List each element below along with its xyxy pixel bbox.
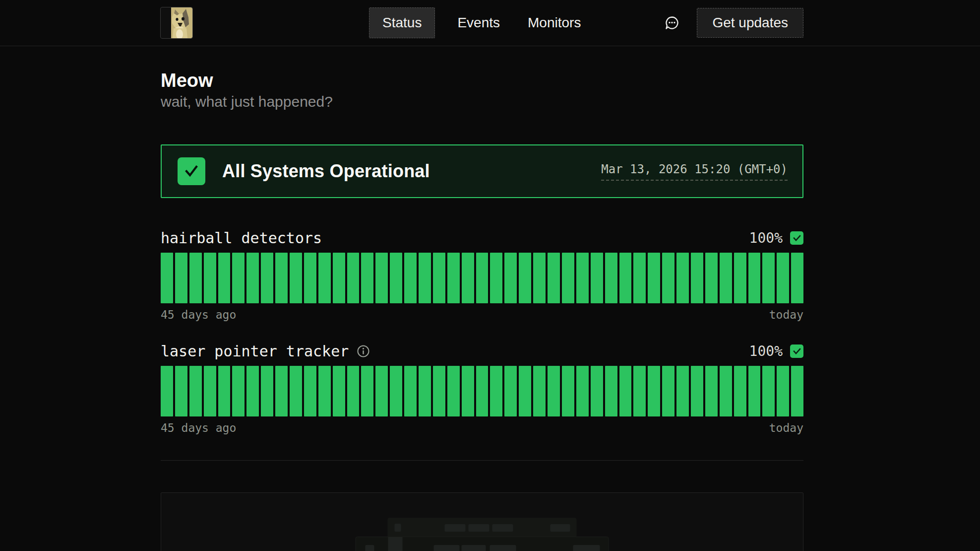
- uptime-bar[interactable]: [676, 253, 689, 303]
- uptime-bar[interactable]: [591, 253, 603, 303]
- uptime-bar[interactable]: [533, 366, 546, 416]
- uptime-bar[interactable]: [232, 366, 245, 416]
- uptime-bar[interactable]: [648, 366, 660, 416]
- uptime-bar[interactable]: [662, 253, 674, 303]
- uptime-bar[interactable]: [691, 253, 703, 303]
- uptime-bar[interactable]: [375, 253, 388, 303]
- tab-monitors[interactable]: Monitors: [522, 7, 586, 38]
- uptime-bar[interactable]: [676, 366, 689, 416]
- uptime-bar[interactable]: [161, 253, 173, 303]
- uptime-bar[interactable]: [261, 366, 273, 416]
- uptime-bar[interactable]: [605, 253, 617, 303]
- uptime-bar[interactable]: [691, 366, 703, 416]
- uptime-bar[interactable]: [504, 366, 517, 416]
- uptime-bar[interactable]: [361, 253, 373, 303]
- cat-logo-image: [161, 7, 192, 38]
- uptime-bar[interactable]: [246, 366, 259, 416]
- info-icon[interactable]: [357, 344, 370, 358]
- uptime-bar[interactable]: [605, 366, 617, 416]
- uptime-bar[interactable]: [175, 253, 187, 303]
- uptime-bar[interactable]: [648, 253, 660, 303]
- uptime-bar[interactable]: [261, 253, 273, 303]
- uptime-bar[interactable]: [218, 366, 231, 416]
- uptime-bar[interactable]: [232, 253, 245, 303]
- uptime-bar[interactable]: [705, 253, 718, 303]
- uptime-bar[interactable]: [304, 366, 316, 416]
- uptime-bar[interactable]: [318, 366, 331, 416]
- uptime-bar[interactable]: [504, 253, 517, 303]
- uptime-bar[interactable]: [333, 253, 345, 303]
- tab-status[interactable]: Status: [369, 7, 435, 38]
- uptime-bar[interactable]: [720, 253, 732, 303]
- uptime-bar[interactable]: [390, 366, 402, 416]
- chat-button[interactable]: [664, 15, 680, 31]
- uptime-bar[interactable]: [576, 253, 589, 303]
- uptime-bar[interactable]: [404, 366, 417, 416]
- uptime-bar[interactable]: [246, 253, 259, 303]
- uptime-bar[interactable]: [490, 366, 502, 416]
- uptime-bar[interactable]: [548, 366, 560, 416]
- uptime-bar[interactable]: [519, 253, 531, 303]
- uptime-bar[interactable]: [375, 366, 388, 416]
- uptime-bar[interactable]: [720, 366, 732, 416]
- uptime-bar[interactable]: [591, 366, 603, 416]
- uptime-bar[interactable]: [734, 366, 746, 416]
- uptime-bar[interactable]: [762, 253, 775, 303]
- ghost-window-bottom: [356, 537, 609, 551]
- uptime-bar[interactable]: [548, 253, 560, 303]
- uptime-bar[interactable]: [791, 253, 803, 303]
- uptime-bar[interactable]: [633, 366, 646, 416]
- uptime-bar[interactable]: [204, 253, 216, 303]
- uptime-bar[interactable]: [791, 366, 803, 416]
- uptime-bar[interactable]: [562, 253, 574, 303]
- uptime-bar[interactable]: [318, 253, 331, 303]
- uptime-bar[interactable]: [189, 253, 202, 303]
- uptime-bar[interactable]: [161, 366, 173, 416]
- uptime-bar[interactable]: [734, 253, 746, 303]
- uptime-bar[interactable]: [748, 366, 761, 416]
- uptime-bar[interactable]: [275, 366, 288, 416]
- uptime-bar[interactable]: [419, 366, 431, 416]
- uptime-bar[interactable]: [333, 366, 345, 416]
- uptime-bar[interactable]: [419, 253, 431, 303]
- uptime-bar[interactable]: [748, 253, 761, 303]
- uptime-bar[interactable]: [533, 253, 546, 303]
- uptime-bar[interactable]: [576, 366, 589, 416]
- uptime-bar[interactable]: [390, 253, 402, 303]
- uptime-bar[interactable]: [476, 366, 489, 416]
- uptime-bar[interactable]: [777, 366, 789, 416]
- uptime-bar[interactable]: [562, 366, 574, 416]
- uptime-bar[interactable]: [433, 253, 445, 303]
- status-banner-timestamp[interactable]: Mar 13, 2026 15:20 (GMT+0): [601, 162, 788, 181]
- uptime-bar[interactable]: [290, 253, 302, 303]
- uptime-bar[interactable]: [304, 253, 316, 303]
- uptime-bar[interactable]: [705, 366, 718, 416]
- uptime-bar[interactable]: [447, 366, 460, 416]
- uptime-bar[interactable]: [347, 253, 360, 303]
- uptime-bar[interactable]: [290, 366, 302, 416]
- uptime-bar[interactable]: [204, 366, 216, 416]
- uptime-bar[interactable]: [619, 253, 632, 303]
- tab-events[interactable]: Events: [452, 7, 505, 38]
- uptime-bar[interactable]: [175, 366, 187, 416]
- uptime-bar[interactable]: [662, 366, 674, 416]
- uptime-bar[interactable]: [347, 366, 360, 416]
- uptime-bar[interactable]: [404, 253, 417, 303]
- uptime-bar[interactable]: [633, 253, 646, 303]
- uptime-bar[interactable]: [447, 253, 460, 303]
- uptime-bar[interactable]: [777, 253, 789, 303]
- uptime-bar[interactable]: [476, 253, 489, 303]
- uptime-bar[interactable]: [519, 366, 531, 416]
- uptime-bar[interactable]: [361, 366, 373, 416]
- uptime-bar[interactable]: [619, 366, 632, 416]
- uptime-bar[interactable]: [462, 366, 474, 416]
- cat-logo[interactable]: [161, 7, 192, 38]
- uptime-bar[interactable]: [275, 253, 288, 303]
- uptime-bar[interactable]: [490, 253, 502, 303]
- uptime-bar[interactable]: [462, 253, 474, 303]
- uptime-bar[interactable]: [762, 366, 775, 416]
- uptime-bar[interactable]: [433, 366, 445, 416]
- uptime-bar[interactable]: [218, 253, 231, 303]
- get-updates-button[interactable]: Get updates: [697, 8, 803, 38]
- uptime-bar[interactable]: [189, 366, 202, 416]
